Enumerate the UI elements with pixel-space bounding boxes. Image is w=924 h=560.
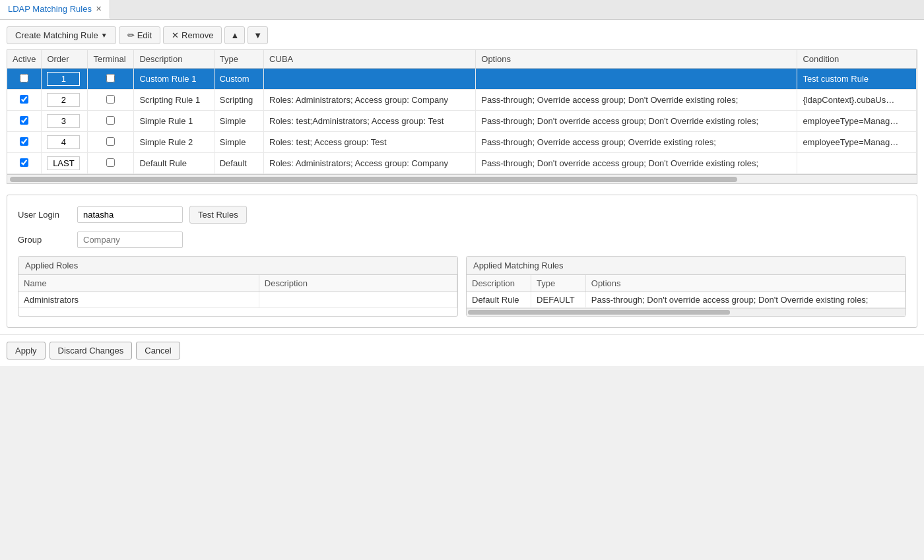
move-up-button[interactable]: ▲ <box>224 26 245 44</box>
options-cell <box>476 69 797 90</box>
terminal-cell <box>88 111 134 132</box>
order-input[interactable] <box>47 114 80 128</box>
list-item: Administrators <box>18 292 457 308</box>
tab-label: LDAP Matching Rules <box>8 4 92 14</box>
user-login-input[interactable] <box>77 206 183 223</box>
move-down-button[interactable]: ▼ <box>248 26 268 44</box>
tab-ldap-matching-rules[interactable]: LDAP Matching Rules ✕ <box>0 0 110 19</box>
terminal-checkbox[interactable] <box>106 158 115 167</box>
description-cell: Scripting Rule 1 <box>134 90 214 111</box>
active-checkbox[interactable] <box>20 137 28 146</box>
terminal-checkbox[interactable] <box>106 116 115 125</box>
condition-cell: employeeType=Manag… <box>797 132 917 153</box>
table-row[interactable]: Simple Rule 1SimpleRoles: test;Administr… <box>7 111 917 132</box>
discard-button[interactable]: Discard Changes <box>50 342 133 359</box>
role-desc-cell <box>259 292 457 308</box>
description-cell: Simple Rule 2 <box>134 132 214 153</box>
active-checkbox[interactable] <box>20 158 28 167</box>
remove-button[interactable]: ✕ Remove <box>163 26 222 44</box>
terminal-cell <box>88 90 134 111</box>
cuba-cell: Roles: test;Administrators; Access group… <box>264 111 476 132</box>
condition-cell <box>797 153 917 174</box>
options-cell: Pass-through; Override access group; Ove… <box>476 132 797 153</box>
amr-options-cell: Pass-through; Don't override access grou… <box>585 292 905 308</box>
description-cell: Custom Rule 1 <box>134 69 214 90</box>
terminal-checkbox[interactable] <box>106 95 115 104</box>
active-checkbox[interactable] <box>20 95 28 104</box>
applied-roles-table: Name Description Administrators <box>18 275 457 308</box>
applied-matching-rules-table-wrap: Description Type Options Default RuleDEF… <box>467 275 906 308</box>
applied-roles-col-name: Name <box>18 275 259 292</box>
cuba-cell: Roles: Administrators; Access group: Com… <box>264 153 476 174</box>
order-cell <box>42 132 88 153</box>
edit-button[interactable]: ✏ Edit <box>119 26 160 44</box>
table-row[interactable]: Default RuleDefaultRoles: Administrators… <box>7 153 917 174</box>
rules-table-container: Active Order Terminal Description Type C… <box>7 49 917 184</box>
type-cell: Simple <box>214 132 263 153</box>
applied-roles-box: Applied Roles Name Description Administr… <box>18 256 458 317</box>
table-row[interactable]: Custom Rule 1CustomTest custom Rule <box>7 69 917 90</box>
active-checkbox[interactable] <box>20 74 28 82</box>
table-row[interactable]: Scripting Rule 1ScriptingRoles: Administ… <box>7 90 917 111</box>
horizontal-scrollbar[interactable] <box>7 174 917 183</box>
active-cell <box>7 111 42 132</box>
active-cell <box>7 153 42 174</box>
order-input[interactable] <box>47 72 80 86</box>
col-header-condition: Condition <box>797 50 917 69</box>
main-content: Create Matching Rule ▼ ✏ Edit ✕ Remove ▲… <box>0 20 924 334</box>
order-cell <box>42 69 88 90</box>
cancel-label: Cancel <box>145 346 171 356</box>
down-arrow-icon: ▼ <box>253 30 262 40</box>
edit-pencil-icon: ✏ <box>127 30 135 40</box>
apply-button[interactable]: Apply <box>7 342 46 359</box>
type-cell: Scripting <box>214 90 263 111</box>
results-section: Applied Roles Name Description Administr… <box>18 256 906 317</box>
apply-label: Apply <box>15 346 37 356</box>
applied-rules-scrollbar[interactable] <box>467 308 906 316</box>
amr-col-options: Options <box>585 275 905 292</box>
cancel-button[interactable]: Cancel <box>136 342 180 359</box>
cuba-cell: Roles: Administrators; Access group: Com… <box>264 90 476 111</box>
col-header-description: Description <box>134 50 214 69</box>
active-checkbox[interactable] <box>20 116 28 125</box>
user-login-row: User Login Test Rules <box>18 206 906 224</box>
group-label: Group <box>18 235 71 245</box>
order-cell <box>42 90 88 111</box>
create-label: Create Matching Rule <box>15 30 98 40</box>
applied-matching-rules-title: Applied Matching Rules <box>467 257 906 275</box>
order-input[interactable] <box>47 156 80 170</box>
amr-col-type: Type <box>531 275 586 292</box>
bottom-bar: Apply Discard Changes Cancel <box>0 334 924 366</box>
order-input[interactable] <box>47 93 80 107</box>
applied-matching-rules-table: Description Type Options Default RuleDEF… <box>467 275 906 308</box>
condition-cell: {ldapContext}.cubaUs… <box>797 90 917 111</box>
active-cell <box>7 90 42 111</box>
terminal-checkbox[interactable] <box>106 74 115 82</box>
close-icon[interactable]: ✕ <box>96 5 102 13</box>
discard-label: Discard Changes <box>58 346 124 356</box>
type-cell: Simple <box>214 111 263 132</box>
group-row: Group <box>18 232 906 248</box>
type-cell: Default <box>214 153 263 174</box>
terminal-checkbox[interactable] <box>106 137 115 146</box>
rules-table: Active Order Terminal Description Type C… <box>7 50 917 174</box>
type-cell: Custom <box>214 69 263 90</box>
terminal-cell <box>88 132 134 153</box>
create-dropdown-icon[interactable]: ▼ <box>101 32 108 39</box>
amr-type-cell: DEFAULT <box>531 292 586 308</box>
order-input[interactable] <box>47 135 80 149</box>
create-matching-rule-button[interactable]: Create Matching Rule ▼ <box>7 26 116 44</box>
remove-label: Remove <box>182 30 213 40</box>
order-cell <box>42 111 88 132</box>
terminal-cell <box>88 153 134 174</box>
group-input[interactable] <box>77 232 183 248</box>
tab-bar: LDAP Matching Rules ✕ <box>0 0 924 20</box>
col-header-options: Options <box>476 50 797 69</box>
edit-label: Edit <box>137 30 152 40</box>
test-rules-button[interactable]: Test Rules <box>189 206 247 224</box>
list-item: Default RuleDEFAULTPass-through; Don't o… <box>467 292 906 308</box>
table-row[interactable]: Simple Rule 2SimpleRoles: test; Access g… <box>7 132 917 153</box>
col-header-type: Type <box>214 50 263 69</box>
applied-roles-col-desc: Description <box>259 275 457 292</box>
condition-cell: employeeType=Manag… <box>797 111 917 132</box>
